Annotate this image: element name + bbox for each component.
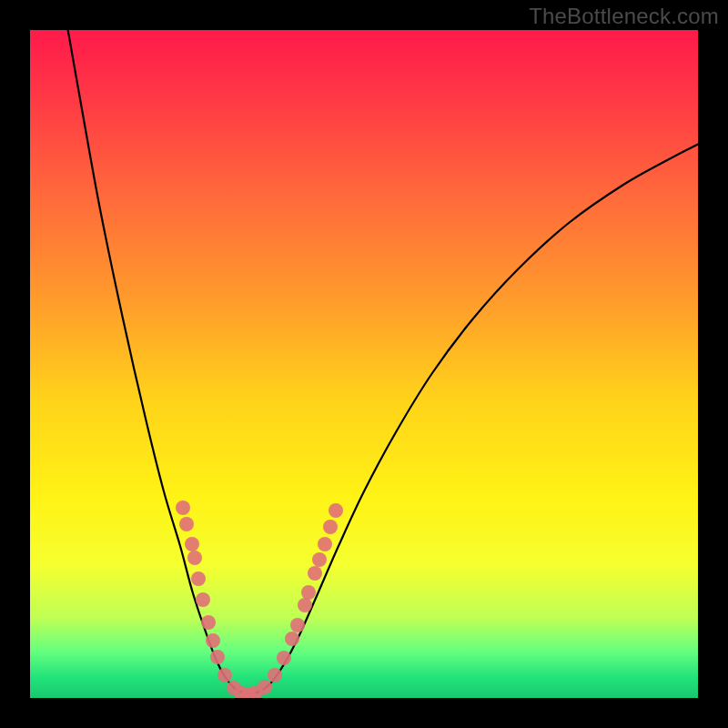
data-point (329, 503, 343, 518)
data-point (217, 668, 232, 682)
data-point (196, 592, 210, 607)
data-point (191, 571, 206, 586)
watermark-text: TheBottleneck.com (529, 4, 719, 29)
data-point (312, 552, 327, 567)
data-point (285, 632, 299, 646)
chart-frame: TheBottleneck.com (0, 0, 728, 728)
data-point (210, 650, 225, 664)
data-point (206, 633, 220, 648)
gradient-background (30, 30, 698, 698)
data-point (323, 520, 338, 534)
data-point (176, 500, 190, 515)
data-point (301, 585, 316, 600)
data-point (201, 615, 216, 630)
data-point (187, 551, 202, 565)
data-point (277, 651, 291, 665)
bottleneck-chart (0, 0, 728, 728)
data-point (290, 618, 305, 632)
data-point (258, 680, 272, 694)
data-point (308, 566, 322, 581)
data-point (179, 517, 194, 531)
data-point (185, 537, 199, 551)
data-point (298, 598, 312, 612)
data-point (268, 668, 282, 682)
data-point (318, 537, 332, 551)
